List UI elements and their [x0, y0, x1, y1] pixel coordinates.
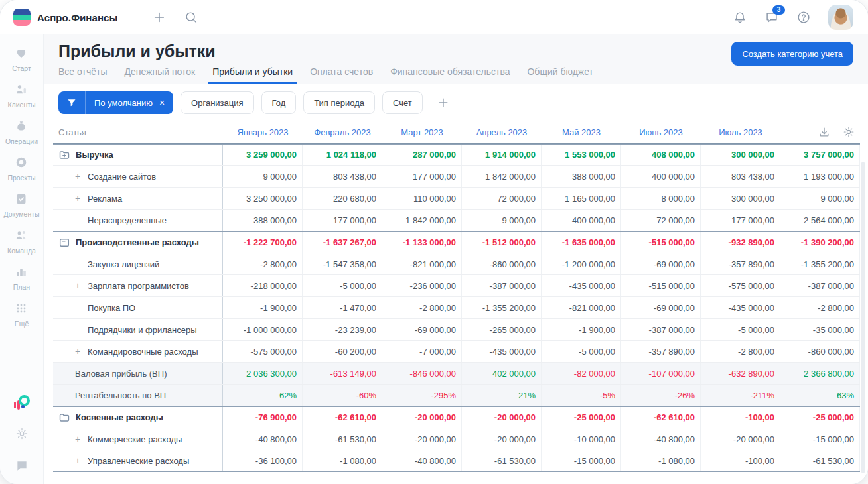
row-label[interactable]: Выручка [53, 145, 223, 165]
sidebar-item-documents[interactable]: Документы [3, 187, 39, 223]
row-label: Валовая прибыль (ВП) [53, 363, 223, 384]
tabs: Все отчётыДенежный потокПрибыли и убытки… [58, 66, 853, 84]
add-filter-button[interactable] [433, 95, 454, 110]
sidebar: СтартКлиентыОперацииПроектыДокументыКома… [0, 34, 44, 484]
folder-icon[interactable] [58, 412, 70, 424]
cell-value: -1 637 267,00 [303, 232, 382, 253]
expand-plus-icon[interactable]: + [75, 281, 80, 290]
column-header-month-6: Июль 2023 [701, 127, 780, 137]
row-label[interactable]: Косвенные расходы [53, 407, 223, 428]
sidebar-item-label: Команда [7, 247, 36, 255]
folder-plus-icon[interactable] [58, 149, 70, 161]
expand-plus-icon[interactable]: + [75, 194, 80, 203]
expand-plus-icon[interactable]: + [75, 434, 80, 444]
plan-icon [15, 265, 28, 281]
filter-button-3[interactable]: Счет [382, 91, 423, 114]
sidebar-item-more[interactable]: Ещё [3, 296, 39, 333]
plus-icon [437, 96, 450, 109]
column-header-month-4: Май 2023 [542, 127, 621, 137]
cell-value: -515 000,00 [621, 232, 701, 253]
row-label[interactable]: +Управленческие расходы [53, 450, 223, 471]
row-label[interactable]: +Командировочные расходы [53, 341, 223, 362]
help-button[interactable] [796, 10, 811, 25]
filter-button-0[interactable]: Организация [181, 91, 253, 114]
feedback-button[interactable] [15, 459, 29, 475]
tab-3[interactable]: Оплата счетов [310, 66, 373, 84]
cell-value: -69 000,00 [382, 319, 462, 340]
expand-plus-icon[interactable]: + [75, 456, 80, 465]
cell-value: -1 355 200,00 [780, 253, 860, 274]
cell-value: 300 000,00 [701, 188, 780, 209]
cell-value: -20 000,00 [382, 428, 462, 450]
expand-plus-icon[interactable]: + [75, 172, 80, 181]
sidebar-item-projects[interactable]: Проекты [3, 151, 39, 187]
documents-icon [15, 192, 28, 208]
gear-icon [843, 126, 855, 138]
cell-value: -387 000,00 [462, 275, 542, 296]
pl-table: Статья Январь 2023Февраль 2023Март 2023А… [53, 121, 860, 472]
plus-icon [152, 10, 167, 25]
filter-chip-default[interactable]: По умолчанию × [58, 91, 173, 114]
row-label[interactable]: +Реклама [53, 188, 223, 209]
column-header-month-2: Март 2023 [382, 127, 462, 137]
tab-1[interactable]: Денежный поток [124, 66, 195, 84]
cell-value: 72 000,00 [621, 210, 701, 231]
row-label[interactable]: +Зарплата программистов [53, 275, 223, 296]
cell-value: -20 000,00 [382, 407, 462, 428]
cell-value: -40 800,00 [621, 428, 701, 450]
cell-value: -36 100,00 [223, 450, 303, 471]
quick-add-button[interactable] [152, 10, 167, 25]
column-header-month-0: Январь 2023 [223, 127, 303, 137]
row-label[interactable]: Производственные расходы [53, 232, 223, 253]
search-button[interactable] [184, 10, 198, 25]
filter-button-2[interactable]: Тип периода [303, 91, 375, 114]
sidebar-nav: СтартКлиентыОперацииПроектыДокументыКома… [3, 41, 39, 333]
filter-chip-close-icon[interactable]: × [157, 97, 173, 108]
cell-value: -1 355 200,00 [462, 297, 542, 318]
sidebar-item-start[interactable]: Старт [3, 41, 39, 78]
sidebar-item-label: Ещё [15, 320, 29, 328]
notifications-button[interactable] [733, 10, 747, 25]
cell-value: -1 200 000,00 [542, 253, 621, 274]
cell-value: -10 000,00 [542, 428, 621, 450]
filter-chip-label: По умолчанию [86, 98, 157, 108]
row-label[interactable]: +Коммерческие расходы [53, 428, 223, 450]
row-label-text: Косвенные расходы [76, 412, 163, 422]
folder-minus-icon[interactable] [58, 237, 70, 249]
cell-value: 1 165 000,00 [542, 188, 621, 209]
sidebar-item-team[interactable]: Команда [3, 223, 39, 260]
filter-button-1[interactable]: Год [261, 91, 297, 114]
cell-value: -1 470,00 [303, 297, 382, 318]
sidebar-item-operations[interactable]: Операции [3, 114, 39, 151]
row-label-text: Зарплата программистов [88, 281, 189, 291]
table-settings-button[interactable] [843, 126, 855, 138]
cell-value: -387 000,00 [621, 319, 701, 340]
tab-5[interactable]: Общий бюджет [527, 66, 593, 84]
sidebar-item-plan[interactable]: План [3, 260, 39, 296]
cell-value: 1 842 000,00 [462, 166, 542, 187]
cell-value: 9 000,00 [462, 210, 542, 231]
tab-4[interactable]: Финансовые обязательства [390, 66, 510, 84]
table-row: +Зарплата программистов-218 000,00-5 000… [53, 275, 860, 297]
column-header-article: Статья [53, 127, 223, 137]
cell-value: -82 000,00 [542, 363, 621, 384]
create-category-button[interactable]: Создать категорию учета [731, 42, 853, 66]
table-row: Покупка ПО-1 900,00-1 470,00-2 800,00-1 … [53, 297, 860, 319]
sidebar-item-label: Старт [12, 64, 31, 72]
table-row: Подрядчики и фрилансеры-1 000 000,00-23 … [53, 319, 860, 341]
more-icon [15, 302, 28, 318]
row-label[interactable]: +Создание сайтов [53, 166, 223, 187]
row-label-text: Закупка лицензий [88, 259, 159, 269]
table-row: Выручка3 259 000,001 024 118,00287 000,0… [53, 144, 860, 166]
avatar[interactable] [828, 5, 853, 30]
settings-button[interactable] [15, 427, 29, 442]
tab-0[interactable]: Все отчёты [58, 66, 107, 84]
sidebar-item-clients[interactable]: Клиенты [3, 78, 39, 114]
cell-value: -5% [542, 385, 621, 406]
expand-plus-icon[interactable]: + [75, 347, 80, 356]
export-button[interactable] [818, 126, 830, 138]
messages-button[interactable]: 3 [764, 10, 779, 25]
gear-icon [15, 427, 29, 440]
tab-2[interactable]: Прибыли и убытки [212, 66, 293, 84]
cell-value: 388 000,00 [223, 210, 303, 231]
